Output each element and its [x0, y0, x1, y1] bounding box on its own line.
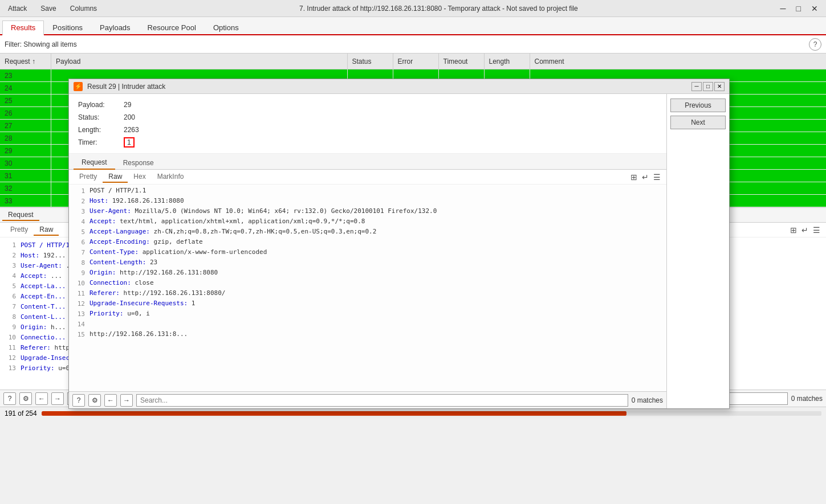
length-label: Length:: [78, 126, 124, 134]
minimize-button[interactable]: ─: [777, 3, 790, 14]
next-button[interactable]: Next: [670, 116, 726, 129]
wrap-icon[interactable]: ⊞: [789, 224, 798, 236]
help-button[interactable]: ?: [809, 38, 821, 51]
td-id: 27: [0, 120, 51, 132]
window-controls: ─ □ ✕: [777, 3, 821, 14]
th-length[interactable]: Length: [485, 54, 530, 69]
th-timeout[interactable]: Timeout: [439, 54, 485, 69]
tab-options[interactable]: Options: [205, 21, 247, 34]
status-label: Status:: [78, 113, 124, 121]
td-id: 28: [0, 132, 51, 144]
modal-tab-pretty[interactable]: Pretty: [74, 171, 103, 183]
menu-save[interactable]: Save: [37, 3, 59, 14]
modal-window: ⚡ Result 29 | Intruder attack ─ □ ✕ Payl…: [68, 79, 730, 409]
previous-button[interactable]: Previous: [670, 99, 726, 112]
progress-bar: [42, 411, 821, 416]
modal-sidebar: Previous Next: [666, 94, 729, 408]
length-value: 2263: [124, 126, 139, 134]
filter-bar: Filter: Showing all items ?: [0, 35, 826, 54]
newline-icon[interactable]: ↵: [800, 224, 809, 236]
payload-value: 29: [124, 101, 131, 109]
modal-content-tabs: Pretty Raw Hex MarkInfo ⊞ ↵ ☰: [69, 170, 666, 185]
modal-wrap-icon[interactable]: ⊞: [629, 171, 638, 183]
td-id: 25: [0, 95, 51, 106]
th-status[interactable]: Status: [348, 54, 393, 69]
tab-results[interactable]: Results: [2, 21, 44, 35]
modal-back-btn[interactable]: ←: [104, 394, 117, 407]
modal-tabs: Request Response: [69, 154, 666, 170]
td-id: 29: [0, 145, 51, 157]
match-count: 0 matches: [791, 395, 823, 403]
timer-label: Timer:: [78, 138, 124, 146]
td-id: 33: [0, 195, 51, 207]
progress-fill: [42, 411, 626, 416]
timer-value: 1: [124, 137, 135, 147]
modal-forward-btn[interactable]: →: [120, 394, 133, 407]
menu-attack[interactable]: Attack: [5, 3, 30, 14]
modal-menu-icon[interactable]: ☰: [652, 171, 662, 183]
modal-tab-raw[interactable]: Raw: [103, 171, 128, 183]
menu-icon[interactable]: ☰: [812, 224, 821, 236]
modal-maximize-button[interactable]: □: [703, 82, 713, 91]
modal-tab-request[interactable]: Request: [74, 156, 115, 170]
modal-title: Result 29 | Intruder attack: [87, 83, 690, 91]
menu-bar: Attack Save Columns: [5, 3, 100, 14]
modal-body: Payload: 29 Status: 200 Length: 2263 Tim…: [69, 94, 729, 408]
bottom-tab-pretty[interactable]: Pretty: [5, 224, 34, 236]
th-payload[interactable]: Payload: [51, 54, 348, 69]
modal-main: Payload: 29 Status: 200 Length: 2263 Tim…: [69, 94, 666, 408]
td-id: 31: [0, 170, 51, 182]
modal-icon: ⚡: [74, 82, 83, 91]
th-comment[interactable]: Comment: [530, 54, 827, 69]
td-id: 30: [0, 157, 51, 169]
td-id: 24: [0, 82, 51, 94]
title-bar: Attack Save Columns 7. Intruder attack o…: [0, 0, 826, 17]
modal-help-btn[interactable]: ?: [72, 394, 85, 407]
th-error[interactable]: Error: [393, 54, 439, 69]
filter-text: Filter: Showing all items: [5, 40, 804, 48]
modal-match-count: 0 matches: [632, 396, 663, 404]
td-id: 26: [0, 107, 51, 119]
modal-minimize-button[interactable]: ─: [691, 82, 702, 91]
modal-tab-hex[interactable]: Hex: [128, 171, 151, 183]
modal-tab-markinfo[interactable]: MarkInfo: [152, 171, 190, 183]
status-value: 200: [124, 113, 135, 121]
back-toolbar-btn[interactable]: ←: [35, 392, 48, 405]
td-id: 32: [0, 182, 51, 194]
menu-columns[interactable]: Columns: [67, 3, 100, 14]
modal-settings-btn[interactable]: ⚙: [88, 394, 101, 407]
modal-code-area: 1POST / HTTP/1.1 2Host: 192.168.26.131:8…: [69, 185, 666, 391]
modal-tab-response[interactable]: Response: [115, 157, 162, 169]
forward-toolbar-btn[interactable]: →: [51, 392, 64, 405]
modal-newline-icon[interactable]: ↵: [641, 171, 650, 183]
help-toolbar-btn[interactable]: ?: [3, 392, 16, 405]
modal-title-bar: ⚡ Result 29 | Intruder attack ─ □ ✕: [69, 79, 729, 94]
tab-payloads[interactable]: Payloads: [91, 21, 139, 34]
window-title: 7. Intruder attack of http://192.168.26.…: [100, 5, 777, 13]
table-header: Request ↑ Payload Status Error Timeout L…: [0, 54, 826, 69]
modal-close-button[interactable]: ✕: [714, 82, 725, 91]
payload-label: Payload:: [78, 101, 124, 109]
modal-toolbar: ? ⚙ ← → 0 matches: [69, 391, 666, 408]
settings-toolbar-btn[interactable]: ⚙: [19, 392, 32, 405]
td-id: 23: [0, 69, 51, 81]
main-tab-bar: Results Positions Payloads Resource Pool…: [0, 17, 826, 35]
th-request[interactable]: Request ↑: [0, 54, 51, 69]
bottom-tab-raw[interactable]: Raw: [34, 224, 59, 236]
tab-resource-pool[interactable]: Resource Pool: [139, 21, 205, 34]
bottom-tab-request[interactable]: Request: [2, 210, 39, 221]
status-text: 191 of 254: [5, 409, 37, 417]
maximize-button[interactable]: □: [793, 3, 804, 14]
tab-positions[interactable]: Positions: [44, 21, 91, 34]
close-button[interactable]: ✕: [808, 3, 821, 14]
modal-info: Payload: 29 Status: 200 Length: 2263 Tim…: [69, 94, 666, 154]
modal-search-input[interactable]: [136, 394, 628, 407]
